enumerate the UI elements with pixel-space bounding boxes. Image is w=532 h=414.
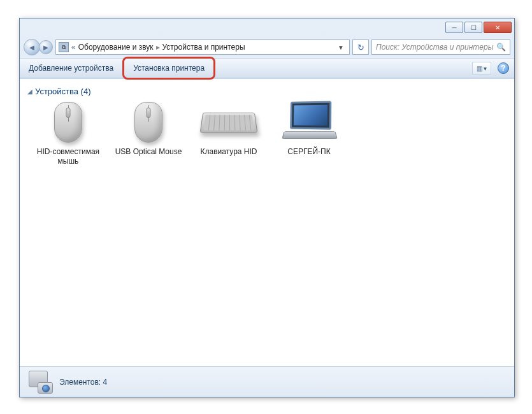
items-grid: HID-совместимая мышь USB Optical Mouse К…: [27, 100, 507, 166]
content-area: ◢ Устройства (4) HID-совместимая мышь US…: [20, 78, 514, 366]
explorer-window: ─ ☐ ✕ ◄ ► ⧉ « Оборудование и звук ▸ Устр…: [19, 18, 515, 397]
search-placeholder: Поиск: Устройства и принтеры: [376, 43, 493, 52]
maximize-icon: ☐: [471, 24, 477, 31]
command-bar: Добавление устройства Установка принтера…: [20, 58, 514, 78]
device-label: Клавиатура HID: [194, 147, 263, 157]
back-icon: ◄: [28, 43, 36, 52]
breadcrumb-separator-icon: ▸: [156, 43, 160, 52]
forward-button[interactable]: ►: [39, 40, 53, 54]
help-button[interactable]: ?: [498, 62, 509, 74]
minimize-button[interactable]: ─: [445, 22, 463, 33]
add-printer-button[interactable]: Установка принтера: [122, 57, 215, 80]
address-dropdown-icon[interactable]: ▼: [335, 44, 347, 51]
refresh-icon: ↻: [357, 43, 364, 52]
refresh-button[interactable]: ↻: [352, 39, 369, 55]
device-item[interactable]: HID-совместимая мышь: [34, 100, 103, 166]
expand-icon: ◢: [27, 88, 32, 95]
status-count: Элементов: 4: [59, 378, 107, 387]
status-bar: Элементов: 4: [20, 366, 514, 397]
mouse-icon: [120, 100, 177, 145]
minimize-icon: ─: [452, 24, 456, 31]
add-printer-label: Установка принтера: [133, 64, 205, 73]
search-box[interactable]: Поиск: Устройства и принтеры 🔍: [371, 39, 510, 55]
toolbar-right: ▥ ▾ ?: [472, 59, 514, 78]
help-icon: ?: [501, 64, 505, 73]
maximize-button[interactable]: ☐: [464, 22, 482, 33]
group-header-devices[interactable]: ◢ Устройства (4): [27, 84, 507, 100]
keyboard-icon: [200, 100, 257, 145]
device-item[interactable]: СЕРГЕЙ-ПК: [275, 100, 343, 166]
group-title: Устройства (4): [35, 87, 91, 96]
breadcrumb-prefix: «: [71, 43, 76, 52]
forward-icon: ►: [42, 43, 50, 52]
titlebar: ─ ☐ ✕: [20, 18, 514, 36]
breadcrumb-part1[interactable]: Оборудование и звук: [78, 43, 154, 52]
back-button[interactable]: ◄: [24, 39, 40, 55]
device-label: USB Optical Mouse: [114, 147, 183, 157]
nav-row: ◄ ► ⧉ « Оборудование и звук ▸ Устройства…: [20, 36, 514, 58]
close-button[interactable]: ✕: [484, 22, 512, 33]
address-bar[interactable]: ⧉ « Оборудование и звук ▸ Устройства и п…: [55, 39, 350, 55]
laptop-icon: [280, 100, 338, 145]
add-device-label: Добавление устройства: [29, 64, 113, 73]
device-label: HID-совместимая мышь: [34, 147, 103, 166]
search-icon: 🔍: [496, 43, 506, 52]
device-item[interactable]: Клавиатура HID: [194, 100, 263, 166]
close-icon: ✕: [495, 24, 500, 31]
view-icon: ▥ ▾: [477, 65, 487, 72]
status-devices-icon: [26, 371, 53, 394]
device-label: СЕРГЕЙ-ПК: [275, 147, 343, 157]
location-icon: ⧉: [59, 42, 69, 52]
device-item[interactable]: USB Optical Mouse: [114, 100, 183, 166]
view-options-button[interactable]: ▥ ▾: [472, 62, 491, 75]
breadcrumb-part2[interactable]: Устройства и принтеры: [162, 43, 245, 52]
add-device-button[interactable]: Добавление устройства: [20, 59, 122, 78]
mouse-icon: [40, 100, 97, 145]
